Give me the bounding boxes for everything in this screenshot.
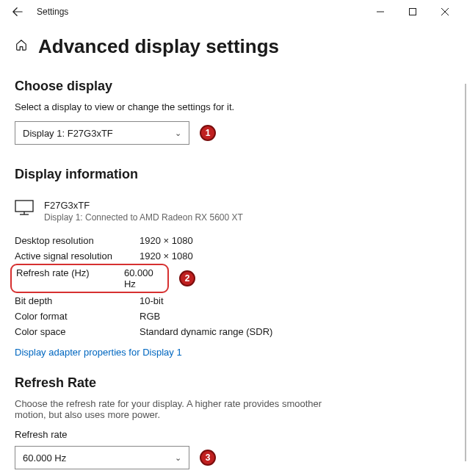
refresh-rate-heading: Refresh Rate [15,375,452,391]
display-name: F27G3xTF [44,200,243,211]
annotation-badge-3: 3 [200,450,216,466]
info-row-color-format: Color format RGB [15,309,452,324]
info-row-color-space: Color space Standard dynamic range (SDR) [15,324,452,339]
chevron-down-icon: ⌄ [175,129,181,138]
svg-rect-1 [410,9,416,15]
choose-display-instruction: Select a display to view or change the s… [15,101,452,112]
minimize-icon [377,8,384,15]
adapter-properties-link[interactable]: Display adapter properties for Display 1 [15,347,182,358]
close-button[interactable] [429,0,461,24]
info-row-refresh-rate-highlight: Refresh rate (Hz) 60.000 Hz [10,264,169,293]
monitor-icon [15,200,34,216]
titlebar: Settings [0,0,467,24]
page-header: Advanced display settings [15,35,452,58]
close-icon [441,8,449,15]
info-row-desktop-resolution: Desktop resolution 1920 × 1080 [15,233,452,248]
window-title: Settings [37,7,68,17]
maximize-icon [409,8,416,15]
refresh-rate-label: Refresh rate [15,429,452,440]
minimize-button[interactable] [364,0,397,24]
page-title: Advanced display settings [38,35,279,58]
maximize-button[interactable] [397,0,429,24]
display-info-header: F27G3xTF Display 1: Connected to AMD Rad… [15,200,452,223]
display-select-dropdown[interactable]: Display 1: F27G3xTF ⌄ [15,121,189,145]
choose-display-heading: Choose display [15,79,452,94]
display-select-value: Display 1: F27G3xTF [23,128,113,139]
info-row-bit-depth: Bit depth 10-bit [15,293,452,309]
arrow-left-icon [12,7,23,17]
display-connection: Display 1: Connected to AMD Radeon RX 56… [44,212,243,223]
svg-rect-2 [15,201,33,212]
annotation-badge-2: 2 [179,270,195,286]
back-button[interactable] [6,0,29,24]
chevron-down-icon: ⌄ [175,453,181,463]
display-info-table: Desktop resolution 1920 × 1080 Active si… [15,233,452,339]
annotation-badge-1: 1 [200,125,216,141]
scrollbar[interactable] [465,84,466,461]
home-icon[interactable] [15,38,28,55]
refresh-rate-value: 60.000 Hz [23,452,66,464]
display-information-heading: Display information [15,167,452,182]
content-area: Advanced display settings Choose display… [0,24,467,476]
info-row-active-signal: Active signal resolution 1920 × 1080 [15,248,452,264]
refresh-rate-dropdown[interactable]: 60.000 Hz ⌄ [15,446,189,469]
refresh-rate-desc: Choose the refresh rate for your display… [15,398,338,420]
